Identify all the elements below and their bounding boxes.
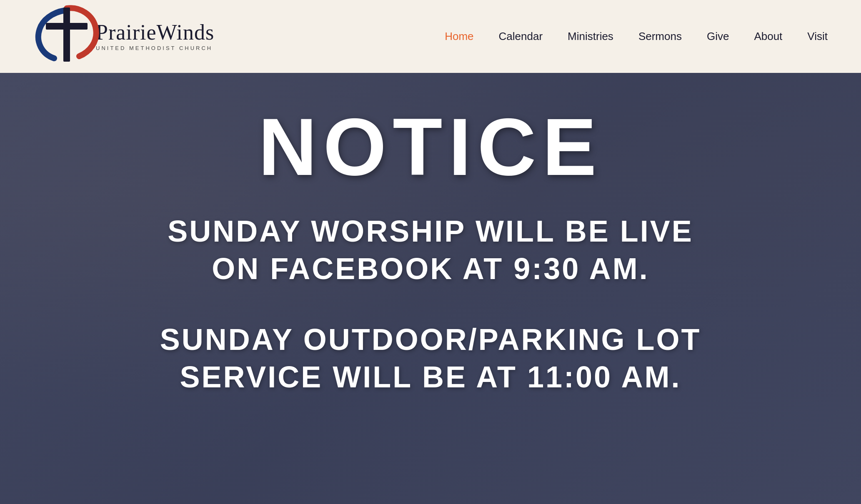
svg-rect-1	[46, 23, 88, 30]
main-nav: Home Calendar Ministries Sermons Give Ab…	[445, 30, 828, 43]
hero-section: NOTICE SUNDAY WORSHIP WILL BE LIVEON FAC…	[0, 73, 861, 504]
hero-outdoor-text: SUNDAY OUTDOOR/PARKING LOTSERVICE WILL B…	[160, 321, 701, 396]
hero-worship-text: SUNDAY WORSHIP WILL BE LIVEON FACEBOOK A…	[168, 212, 693, 287]
svg-rect-0	[63, 7, 70, 62]
nav-about[interactable]: About	[754, 30, 782, 43]
logo-graphic	[33, 4, 100, 69]
nav-ministries[interactable]: Ministries	[568, 30, 613, 43]
nav-visit[interactable]: Visit	[807, 30, 828, 43]
logo-sub-text: UNITED METHODIST CHURCH	[96, 45, 214, 51]
logo[interactable]: PrairieWinds UNITED METHODIST CHURCH	[33, 4, 214, 69]
logo-text: PrairieWinds UNITED METHODIST CHURCH	[96, 22, 214, 51]
notice-title: NOTICE	[258, 106, 603, 187]
nav-give[interactable]: Give	[707, 30, 729, 43]
hero-content: NOTICE SUNDAY WORSHIP WILL BE LIVEON FAC…	[0, 106, 861, 396]
nav-sermons[interactable]: Sermons	[638, 30, 682, 43]
logo-main-text: PrairieWinds	[96, 22, 214, 43]
site-header: PrairieWinds UNITED METHODIST CHURCH Hom…	[0, 0, 861, 73]
nav-home[interactable]: Home	[445, 30, 473, 43]
nav-calendar[interactable]: Calendar	[499, 30, 543, 43]
